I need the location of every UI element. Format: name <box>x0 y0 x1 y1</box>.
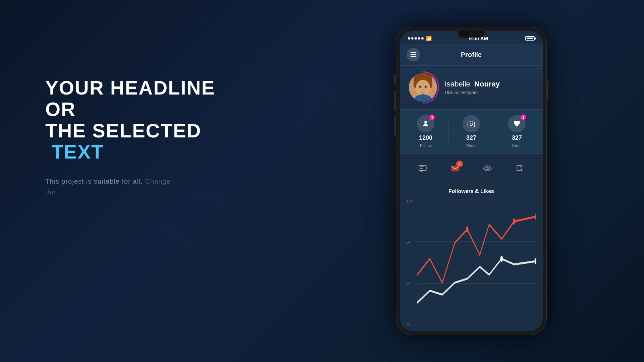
phone-screen: 📶 9:00 AM Profile <box>400 31 543 331</box>
left-content: YOUR HEADLINE OR THE SELECTED TEXT This … <box>45 77 240 197</box>
svg-point-24 <box>500 256 503 262</box>
svg-point-15 <box>486 167 489 170</box>
hamburger-line-3 <box>411 56 416 57</box>
stat-likes-badge: 2 <box>520 114 526 120</box>
chart-label-10k: 10k <box>407 199 417 203</box>
camera-icon <box>467 120 475 128</box>
chat-button[interactable] <box>414 160 431 177</box>
signal-dot-3 <box>415 37 417 40</box>
svg-point-22 <box>513 218 515 225</box>
description-faded: Change <box>145 178 170 185</box>
status-signal: 📶 <box>408 36 432 41</box>
description-line2: the <box>45 188 56 196</box>
actions-row: 6 <box>400 154 543 183</box>
svg-point-10 <box>470 123 473 126</box>
profile-info: Isabelle Nouray Ui&Ux Designer <box>445 80 535 95</box>
svg-point-6 <box>425 86 427 88</box>
avatar-wrapper <box>408 72 438 103</box>
flag-icon <box>516 164 524 173</box>
battery-icon <box>525 36 535 41</box>
chart-label-8k: 8k <box>407 240 417 244</box>
hamburger-line-1 <box>411 52 416 53</box>
menu-button[interactable] <box>407 48 420 61</box>
stat-follow[interactable]: 3 1200 Follow <box>403 115 448 148</box>
stat-follow-number: 1200 <box>419 134 432 141</box>
avatar-svg <box>409 73 437 102</box>
signal-dot-4 <box>418 37 420 40</box>
signal-dot-1 <box>408 37 410 40</box>
side-button-left-2 <box>394 90 396 111</box>
svg-rect-13 <box>420 168 423 169</box>
svg-rect-11 <box>419 165 426 170</box>
stat-shots-icon-wrapper <box>463 115 480 132</box>
hamburger-line-2 <box>411 54 416 55</box>
chart-section: Followers & Likes 10k 8k 6k 4k <box>400 183 543 331</box>
hamburger-icon <box>411 52 416 57</box>
headline-line1: YOUR HEADLINE OR <box>45 77 215 120</box>
phone-container: 📶 9:00 AM Profile <box>392 0 550 362</box>
side-button-left-1 <box>394 74 396 85</box>
user-icon <box>422 120 430 128</box>
wifi-icon: 📶 <box>426 36 432 41</box>
profile-last-name: Nouray <box>474 80 500 88</box>
chart-svg <box>417 199 536 326</box>
stat-shots-number: 327 <box>466 134 476 141</box>
flag-button[interactable] <box>512 160 528 177</box>
eye-button[interactable] <box>479 160 496 177</box>
chart-label-4k: 4k <box>407 322 417 326</box>
battery-fill <box>527 38 533 39</box>
profile-first-name: Isabelle <box>445 80 470 88</box>
stat-shots-label: Shots <box>466 143 477 148</box>
stat-likes-label: Likes <box>512 143 522 148</box>
svg-point-25 <box>535 258 536 264</box>
eye-icon <box>483 164 492 173</box>
headline-line2: THE SELECTED <box>45 120 202 141</box>
profile-name: Isabelle Nouray <box>445 80 535 88</box>
stat-likes-number: 327 <box>512 134 522 141</box>
chart-y-labels: 10k 8k 6k 4k <box>407 199 417 326</box>
mail-badge: 6 <box>456 161 463 167</box>
chart-label-6k: 6k <box>407 281 417 285</box>
stat-likes-icon-wrapper: 2 <box>508 115 526 132</box>
stat-follow-label: Follow <box>420 143 432 148</box>
description-main: This project is suitable for all. <box>45 178 143 185</box>
stats-row: 3 1200 Follow <box>400 109 543 154</box>
nav-bar: Profile <box>400 44 543 66</box>
signal-dot-2 <box>411 37 414 40</box>
stat-likes[interactable]: 2 327 Likes <box>494 115 539 148</box>
headline: YOUR HEADLINE OR THE SELECTED TEXT <box>45 77 240 163</box>
stat-shots[interactable]: 327 Shots <box>449 115 494 148</box>
mail-button[interactable]: 6 <box>447 160 464 177</box>
svg-rect-12 <box>420 167 424 167</box>
stat-follow-icon-wrapper: 3 <box>417 115 434 132</box>
svg-point-7 <box>422 89 424 90</box>
phone-camera <box>470 32 473 36</box>
side-button-left-3 <box>394 116 396 136</box>
heart-icon <box>513 120 521 128</box>
nav-title: Profile <box>461 51 482 59</box>
profile-role: Ui&Ux Designer <box>445 90 535 95</box>
svg-point-23 <box>535 214 536 220</box>
status-battery <box>525 36 535 41</box>
svg-point-5 <box>419 86 421 88</box>
svg-point-8 <box>424 121 427 124</box>
side-button-right <box>547 80 548 101</box>
stat-follow-badge: 3 <box>429 114 435 120</box>
description: This project is suitable for all. Change… <box>45 176 240 197</box>
headline-accent: TEXT <box>51 141 104 163</box>
chart-title: Followers & Likes <box>407 188 536 194</box>
chart-area: 10k 8k 6k 4k <box>407 199 536 326</box>
signal-dot-5 <box>421 37 424 40</box>
svg-point-21 <box>466 226 468 233</box>
chat-icon <box>418 164 427 173</box>
avatar <box>408 72 438 103</box>
phone-device: 📶 9:00 AM Profile <box>396 27 547 335</box>
profile-section: Isabelle Nouray Ui&Ux Designer <box>400 66 543 109</box>
